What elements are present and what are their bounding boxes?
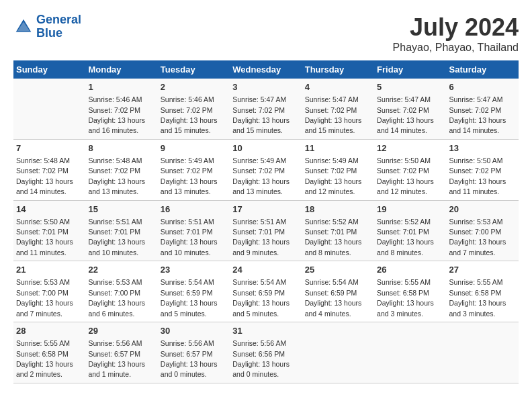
day-cell: 16 Sunrise: 5:51 AMSunset: 7:01 PMDaylig… <box>158 200 230 261</box>
day-cell: 13 Sunrise: 5:50 AMSunset: 7:02 PMDaylig… <box>447 139 519 200</box>
day-number: 30 <box>161 325 227 337</box>
day-number: 14 <box>16 203 83 216</box>
day-cell <box>13 79 85 139</box>
day-number: 2 <box>161 81 227 93</box>
day-info: Sunrise: 5:55 AMSunset: 6:58 PMDaylight:… <box>377 278 434 317</box>
logo: General Blue <box>13 13 81 40</box>
day-number: 17 <box>232 203 299 216</box>
logo-text: General Blue <box>36 13 81 40</box>
day-cell: 24 Sunrise: 5:54 AMSunset: 6:59 PMDaylig… <box>230 261 302 322</box>
day-number: 25 <box>305 264 371 276</box>
day-info: Sunrise: 5:56 AMSunset: 6:57 PMDaylight:… <box>161 339 218 378</box>
day-info: Sunrise: 5:54 AMSunset: 6:59 PMDaylight:… <box>161 278 218 317</box>
day-cell: 15 Sunrise: 5:51 AMSunset: 7:01 PMDaylig… <box>85 200 157 261</box>
day-cell <box>447 322 519 383</box>
day-number: 20 <box>449 203 516 216</box>
day-info: Sunrise: 5:46 AMSunset: 7:02 PMDaylight:… <box>88 95 145 134</box>
day-info: Sunrise: 5:49 AMSunset: 7:02 PMDaylight:… <box>161 156 218 195</box>
day-cell: 2 Sunrise: 5:46 AMSunset: 7:02 PMDayligh… <box>158 79 230 139</box>
day-number: 3 <box>232 81 299 93</box>
day-info: Sunrise: 5:51 AMSunset: 7:01 PMDaylight:… <box>88 218 145 257</box>
day-cell: 31 Sunrise: 5:56 AMSunset: 6:56 PMDaylig… <box>230 322 302 383</box>
header-monday: Monday <box>85 60 157 79</box>
day-info: Sunrise: 5:55 AMSunset: 6:58 PMDaylight:… <box>449 278 506 317</box>
day-number: 4 <box>305 81 371 93</box>
day-info: Sunrise: 5:53 AMSunset: 7:00 PMDaylight:… <box>16 278 73 317</box>
day-cell: 23 Sunrise: 5:54 AMSunset: 6:59 PMDaylig… <box>158 261 230 322</box>
day-info: Sunrise: 5:53 AMSunset: 7:00 PMDaylight:… <box>88 278 145 317</box>
day-number: 1 <box>88 81 154 93</box>
calendar-table: SundayMondayTuesdayWednesdayThursdayFrid… <box>13 60 519 383</box>
day-cell: 17 Sunrise: 5:51 AMSunset: 7:01 PMDaylig… <box>230 200 302 261</box>
day-cell: 9 Sunrise: 5:49 AMSunset: 7:02 PMDayligh… <box>158 139 230 200</box>
day-cell: 28 Sunrise: 5:55 AMSunset: 6:58 PMDaylig… <box>13 322 85 383</box>
day-number: 31 <box>232 325 299 337</box>
day-info: Sunrise: 5:49 AMSunset: 7:02 PMDaylight:… <box>305 156 362 195</box>
day-cell: 29 Sunrise: 5:56 AMSunset: 6:57 PMDaylig… <box>85 322 157 383</box>
day-cell: 27 Sunrise: 5:55 AMSunset: 6:58 PMDaylig… <box>447 261 519 322</box>
day-cell: 4 Sunrise: 5:47 AMSunset: 7:02 PMDayligh… <box>302 79 374 139</box>
day-cell: 20 Sunrise: 5:53 AMSunset: 7:00 PMDaylig… <box>447 200 519 261</box>
title-block: July 2024 Phayao, Phayao, Thailand <box>393 13 519 54</box>
day-number: 8 <box>88 142 154 154</box>
day-cell: 18 Sunrise: 5:52 AMSunset: 7:01 PMDaylig… <box>302 200 374 261</box>
day-cell: 5 Sunrise: 5:47 AMSunset: 7:02 PMDayligh… <box>374 79 446 139</box>
day-cell <box>302 322 374 383</box>
day-number: 15 <box>88 203 154 216</box>
day-info: Sunrise: 5:47 AMSunset: 7:02 PMDaylight:… <box>377 95 434 134</box>
logo-icon <box>13 17 34 37</box>
day-number: 7 <box>16 142 83 154</box>
day-number: 21 <box>16 264 83 276</box>
day-number: 19 <box>377 203 443 216</box>
header-row: SundayMondayTuesdayWednesdayThursdayFrid… <box>13 60 519 79</box>
day-info: Sunrise: 5:52 AMSunset: 7:01 PMDaylight:… <box>377 218 434 257</box>
day-number: 11 <box>305 142 371 154</box>
header-tuesday: Tuesday <box>158 60 230 79</box>
page-header: General Blue July 2024 Phayao, Phayao, T… <box>13 13 519 54</box>
day-cell: 22 Sunrise: 5:53 AMSunset: 7:00 PMDaylig… <box>85 261 157 322</box>
day-number: 10 <box>232 142 299 154</box>
day-cell <box>374 322 446 383</box>
header-sunday: Sunday <box>13 60 85 79</box>
day-info: Sunrise: 5:55 AMSunset: 6:58 PMDaylight:… <box>16 339 73 378</box>
day-info: Sunrise: 5:51 AMSunset: 7:01 PMDaylight:… <box>161 218 218 257</box>
week-row-2: 7 Sunrise: 5:48 AMSunset: 7:02 PMDayligh… <box>13 139 519 200</box>
calendar-subtitle: Phayao, Phayao, Thailand <box>393 42 519 54</box>
day-info: Sunrise: 5:54 AMSunset: 6:59 PMDaylight:… <box>305 278 362 317</box>
header-friday: Friday <box>374 60 446 79</box>
day-cell: 14 Sunrise: 5:50 AMSunset: 7:01 PMDaylig… <box>13 200 85 261</box>
day-number: 12 <box>377 142 443 154</box>
calendar-title: July 2024 <box>393 13 519 42</box>
day-info: Sunrise: 5:52 AMSunset: 7:01 PMDaylight:… <box>305 218 362 257</box>
day-info: Sunrise: 5:50 AMSunset: 7:01 PMDaylight:… <box>16 218 73 257</box>
day-info: Sunrise: 5:47 AMSunset: 7:02 PMDaylight:… <box>449 95 506 134</box>
day-number: 24 <box>232 264 299 276</box>
day-cell: 21 Sunrise: 5:53 AMSunset: 7:00 PMDaylig… <box>13 261 85 322</box>
day-cell: 3 Sunrise: 5:47 AMSunset: 7:02 PMDayligh… <box>230 79 302 139</box>
header-saturday: Saturday <box>447 60 519 79</box>
day-number: 23 <box>161 264 227 276</box>
day-info: Sunrise: 5:51 AMSunset: 7:01 PMDaylight:… <box>232 218 290 257</box>
day-number: 18 <box>305 203 371 216</box>
header-thursday: Thursday <box>302 60 374 79</box>
day-cell: 19 Sunrise: 5:52 AMSunset: 7:01 PMDaylig… <box>374 200 446 261</box>
day-cell: 12 Sunrise: 5:50 AMSunset: 7:02 PMDaylig… <box>374 139 446 200</box>
day-info: Sunrise: 5:56 AMSunset: 6:56 PMDaylight:… <box>232 339 290 378</box>
day-info: Sunrise: 5:50 AMSunset: 7:02 PMDaylight:… <box>449 156 506 195</box>
day-number: 22 <box>88 264 154 276</box>
day-cell: 1 Sunrise: 5:46 AMSunset: 7:02 PMDayligh… <box>85 79 157 139</box>
day-info: Sunrise: 5:47 AMSunset: 7:02 PMDaylight:… <box>232 95 290 134</box>
week-row-4: 21 Sunrise: 5:53 AMSunset: 7:00 PMDaylig… <box>13 261 519 322</box>
day-info: Sunrise: 5:56 AMSunset: 6:57 PMDaylight:… <box>88 339 145 378</box>
day-cell: 8 Sunrise: 5:48 AMSunset: 7:02 PMDayligh… <box>85 139 157 200</box>
day-number: 6 <box>449 81 516 93</box>
day-number: 26 <box>377 264 443 276</box>
day-number: 5 <box>377 81 443 93</box>
day-cell: 6 Sunrise: 5:47 AMSunset: 7:02 PMDayligh… <box>447 79 519 139</box>
day-cell: 26 Sunrise: 5:55 AMSunset: 6:58 PMDaylig… <box>374 261 446 322</box>
day-cell: 7 Sunrise: 5:48 AMSunset: 7:02 PMDayligh… <box>13 139 85 200</box>
day-info: Sunrise: 5:47 AMSunset: 7:02 PMDaylight:… <box>305 95 362 134</box>
day-number: 9 <box>161 142 227 154</box>
day-info: Sunrise: 5:48 AMSunset: 7:02 PMDaylight:… <box>16 156 73 195</box>
day-cell: 11 Sunrise: 5:49 AMSunset: 7:02 PMDaylig… <box>302 139 374 200</box>
